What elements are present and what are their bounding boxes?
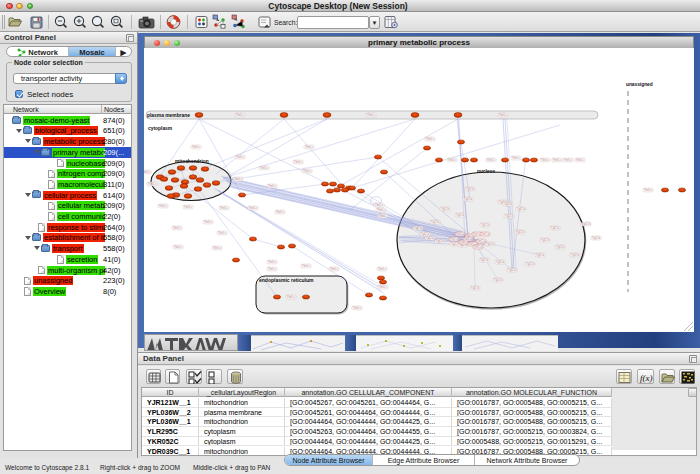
svg-text:Ybr0-c: Ybr0-c bbox=[499, 113, 508, 117]
svg-text:Ybr0-c: Ybr0-c bbox=[377, 208, 386, 212]
svg-text:Ybr0-c: Ybr0-c bbox=[159, 204, 168, 208]
svg-text:Ygl2-b: Ygl2-b bbox=[480, 258, 489, 262]
svg-text:Ybr0-c: Ybr0-c bbox=[184, 205, 193, 209]
svg-text:Ybr0-c: Ybr0-c bbox=[204, 220, 213, 224]
svg-text:Ybr0-c: Ybr0-c bbox=[375, 203, 384, 207]
svg-text:Ygl2-b: Ygl2-b bbox=[441, 207, 450, 211]
svg-text:Yor1-a: Yor1-a bbox=[464, 237, 473, 241]
svg-text:Ybr0-c: Ybr0-c bbox=[367, 113, 376, 117]
svg-text:Ybr0-c: Ybr0-c bbox=[353, 306, 362, 310]
svg-text:Ygl2-b: Ygl2-b bbox=[426, 236, 435, 240]
svg-text:unassigned: unassigned bbox=[626, 82, 653, 87]
svg-text:Ybr0-c: Ybr0-c bbox=[236, 113, 245, 117]
svg-text:Ybr0-c: Ybr0-c bbox=[487, 158, 496, 162]
svg-text:nucleus: nucleus bbox=[477, 169, 495, 174]
svg-text:Ygl2-b: Ygl2-b bbox=[516, 230, 525, 234]
svg-text:f(x): f(x) bbox=[640, 373, 653, 383]
svg-text:Ygl2-b: Ygl2-b bbox=[494, 278, 503, 282]
svg-text:Ygl2-b: Ygl2-b bbox=[592, 236, 601, 240]
svg-text:Ybr0-c: Ybr0-c bbox=[192, 145, 201, 149]
svg-text:Ybr0-c: Ybr0-c bbox=[173, 226, 182, 230]
svg-text:Ybr0-c: Ybr0-c bbox=[268, 184, 277, 188]
svg-text:Ybr0-c: Ybr0-c bbox=[287, 295, 296, 299]
svg-text:Ybr0-c: Ybr0-c bbox=[218, 231, 227, 235]
svg-text:Ygl2-b: Ygl2-b bbox=[496, 260, 505, 264]
svg-text:Ygl2-b: Ygl2-b bbox=[541, 238, 550, 242]
svg-text:Ybr0-c: Ybr0-c bbox=[276, 210, 285, 214]
svg-text:Ybr0-c: Ybr0-c bbox=[302, 264, 311, 268]
svg-text:Ygl2-b: Ygl2-b bbox=[551, 226, 560, 230]
svg-text:cytoplasm: cytoplasm bbox=[148, 126, 173, 131]
svg-text:Ybr0-c: Ybr0-c bbox=[268, 260, 277, 264]
svg-text:Ybr0-c: Ybr0-c bbox=[378, 267, 387, 271]
svg-text:Ygl2-b: Ygl2-b bbox=[481, 223, 490, 227]
svg-text:Ygl2-b: Ygl2-b bbox=[505, 214, 514, 218]
svg-text:Ygl2-b: Ygl2-b bbox=[456, 213, 465, 217]
svg-text:Ygl2-b: Ygl2-b bbox=[421, 232, 430, 236]
svg-text:Ygl2-b: Ygl2-b bbox=[486, 242, 495, 246]
svg-text:Ybr0-c: Ybr0-c bbox=[213, 246, 222, 250]
svg-text:Ybr0-c: Ybr0-c bbox=[541, 158, 550, 162]
svg-text:endoplasmic reticulum: endoplasmic reticulum bbox=[259, 277, 314, 283]
svg-text:Ybr0-c: Ybr0-c bbox=[174, 245, 183, 249]
svg-text:Ygl2-b: Ygl2-b bbox=[466, 187, 475, 191]
svg-text:Ybr0-c: Ybr0-c bbox=[564, 158, 573, 162]
svg-text:Ygl2-b: Ygl2-b bbox=[526, 262, 535, 266]
svg-text:Ybr0-c: Ybr0-c bbox=[512, 156, 521, 160]
svg-text:Ybr0-c: Ybr0-c bbox=[234, 177, 243, 181]
svg-text:Ygl2-b: Ygl2-b bbox=[571, 253, 580, 257]
svg-text:mitochondrion: mitochondrion bbox=[175, 159, 209, 164]
svg-text:Yor1-a: Yor1-a bbox=[477, 239, 486, 243]
svg-text:Ygl2-b: Ygl2-b bbox=[536, 253, 545, 257]
svg-text:Ygl2-b: Ygl2-b bbox=[464, 197, 473, 201]
svg-text:Ybr0-c: Ybr0-c bbox=[576, 158, 585, 162]
svg-text:Ybr0-c: Ybr0-c bbox=[260, 166, 269, 170]
svg-text:Ygl2-b: Ygl2-b bbox=[431, 220, 440, 224]
svg-text:Ygl2-b: Ygl2-b bbox=[582, 222, 591, 226]
svg-text:Ybr0-c: Ybr0-c bbox=[644, 188, 653, 192]
svg-text:Ybr0-c: Ybr0-c bbox=[303, 169, 312, 173]
svg-text:Ybr0-c: Ybr0-c bbox=[379, 285, 388, 289]
svg-text:Ygl2-b: Ygl2-b bbox=[504, 202, 513, 206]
svg-text:Yor1-a: Yor1-a bbox=[456, 232, 465, 236]
svg-text:Ygl2-b: Ygl2-b bbox=[556, 245, 565, 249]
svg-text:Ygl2-b: Ygl2-b bbox=[517, 207, 526, 211]
svg-text:Ybr0-c: Ybr0-c bbox=[330, 267, 339, 271]
svg-text:plasma membrane: plasma membrane bbox=[147, 113, 190, 118]
svg-text:Ybr0-c: Ybr0-c bbox=[220, 206, 229, 210]
svg-text:Ybr0-c: Ybr0-c bbox=[268, 267, 277, 271]
svg-text:Ygl2-b: Ygl2-b bbox=[436, 239, 445, 243]
svg-text:Yor1-a: Yor1-a bbox=[474, 245, 483, 249]
svg-text:Ygl2-b: Ygl2-b bbox=[471, 286, 480, 290]
svg-text:Ybr0-c: Ybr0-c bbox=[448, 158, 457, 162]
svg-text:Ygl2-b: Ygl2-b bbox=[508, 268, 517, 272]
svg-text:Ybr0-c: Ybr0-c bbox=[249, 206, 258, 210]
svg-text:Ybr0-c: Ybr0-c bbox=[379, 214, 388, 218]
svg-text:Yor1-a: Yor1-a bbox=[481, 232, 490, 236]
svg-text:Ybr0-c: Ybr0-c bbox=[236, 155, 245, 159]
svg-text:Ybr0-c: Ybr0-c bbox=[144, 170, 151, 174]
svg-text:Ybr0-c: Ybr0-c bbox=[426, 137, 435, 141]
svg-text:Ybr0-c: Ybr0-c bbox=[148, 182, 157, 186]
svg-text:Ybr0-c: Ybr0-c bbox=[553, 158, 562, 162]
svg-text:Ybr0-c: Ybr0-c bbox=[294, 160, 303, 164]
svg-text:Ygl2-b: Ygl2-b bbox=[414, 226, 423, 230]
svg-text:Yor1-a: Yor1-a bbox=[450, 237, 459, 241]
svg-text:Ybr0-c: Ybr0-c bbox=[305, 145, 314, 149]
